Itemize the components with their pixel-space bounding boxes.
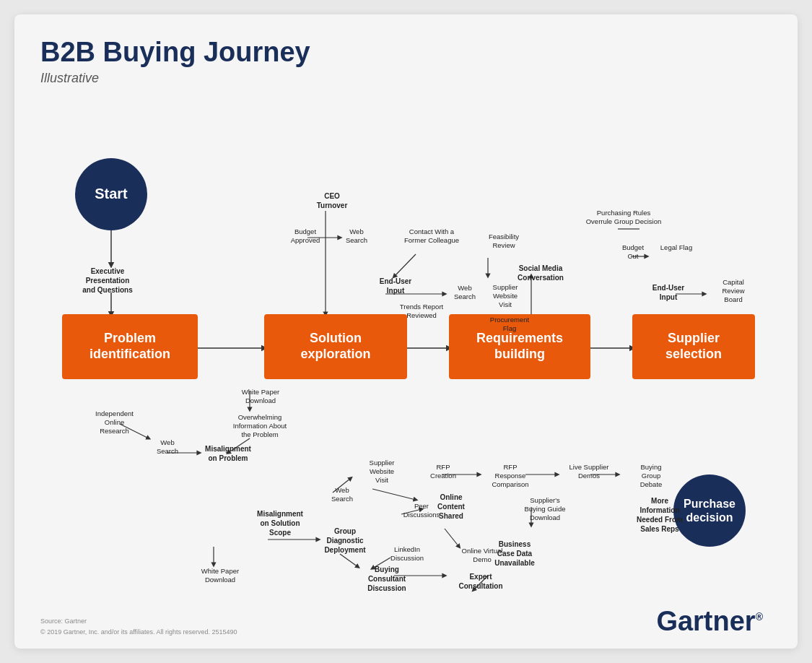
copyright-text: © 2019 Gartner, Inc. and/or its affiliat… (40, 627, 237, 637)
rfp-response-label: RFP Response Comparison (478, 463, 543, 490)
procurement-flag-label: Procurement Flag (481, 316, 538, 334)
independent-label: Independent Online Research (84, 410, 145, 436)
buying-group-label: Buying Group Debate (622, 463, 680, 490)
web-search-label-1: Web Search (336, 228, 377, 246)
main-card: B2B Buying Journey Illustrative (14, 14, 798, 649)
buying-consultant-label: Buying Consultant Discussion (352, 565, 422, 593)
trends-report-label: Trends Report Reviewed (393, 303, 450, 321)
feasibility-review-label: Feasibility Review (475, 233, 533, 251)
live-supplier-label: Live Supplier Demos (557, 463, 621, 481)
white-paper-dl-1-label: White Paper Download (231, 388, 290, 406)
web-search-label-sol: Web Search (322, 486, 362, 504)
purchasing-rules-label: Purchasing Rules Overrule Group Decision (580, 209, 667, 227)
white-paper-dl-2-label: White Paper Download (191, 567, 250, 585)
suppliers-guide-label: Supplier's Buying Guide Download (512, 496, 577, 523)
footer: Source: Gartner © 2019 Gartner, Inc. and… (40, 616, 237, 637)
overwhelming-label: Overwhelming Information About the Probl… (224, 413, 296, 440)
contact-colleague-label: Contact With a Former Colleague (396, 228, 468, 246)
online-content-label: Online Content Shared (419, 493, 484, 521)
svg-line-8 (394, 254, 416, 277)
end-user-input-2-label: End-User Input (639, 283, 697, 302)
misalignment-solution-label: Misalignment on Solution Scope (244, 509, 316, 537)
svg-line-28 (445, 529, 459, 547)
supplier-website-label: Supplier Website Visit (476, 283, 534, 310)
diagram: Start Executive Presentation and Questio… (40, 99, 772, 612)
group-diagnostic-label: Group Diagnostic Deployment (313, 526, 377, 555)
start-circle: Start (75, 158, 147, 230)
problem-stage-box: Problem identification (62, 314, 198, 379)
svg-line-27 (372, 489, 416, 500)
end-user-input-1-label: End-User Input (367, 277, 424, 295)
budget-cut-label: Budget Cut (611, 243, 655, 261)
supplier-website-2-label: Supplier Website Visit (352, 459, 411, 485)
gartner-logo: Gartner® (656, 606, 763, 637)
legal-flag-label: Legal Flag (654, 243, 699, 252)
more-info-label: More Information Needed From Sales Reps (624, 496, 696, 534)
capital-review-label: Capital Review Board (704, 278, 762, 305)
social-media-label: Social Media Conversation (508, 264, 573, 282)
expert-consultation-label: Expert Consultation (448, 572, 513, 591)
exec-presentation-label: Executive Presentation and Questions (68, 266, 147, 295)
ceo-turnover-label: CEO Turnover (306, 191, 358, 210)
source-text: Source: Gartner (40, 616, 237, 626)
page-title: B2B Buying Journey (40, 38, 772, 68)
web-search-label-3: Web Search (147, 438, 188, 456)
business-case-label: Business Case Data Unavailable (482, 540, 547, 568)
budget-approved-label: Budget Approved (277, 228, 333, 246)
linkedin-label: LinkedIn Discussion (378, 545, 436, 563)
misalignment-label: Misalignment on Problem (192, 444, 264, 463)
supplier-stage-box: Supplier selection (632, 314, 755, 379)
solution-stage-box: Solution exploration (264, 314, 407, 379)
rfp-creation-label: RFP Creation (417, 463, 469, 481)
page-subtitle: Illustrative (40, 71, 772, 86)
